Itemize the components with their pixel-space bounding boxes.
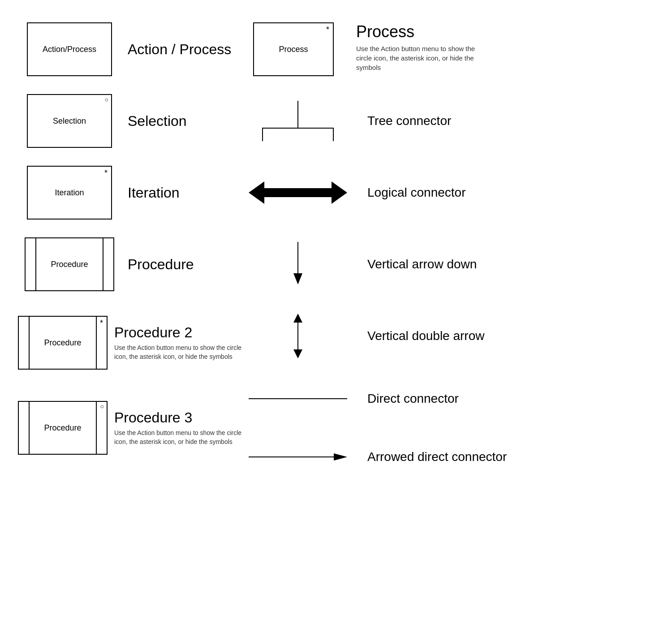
process-right-box-text: Process (279, 45, 308, 54)
selection-shape-container: Selection (18, 94, 121, 148)
direct-connector-label-container: Direct connector (354, 392, 459, 406)
logical-connector-label-container: Logical connector (354, 185, 465, 200)
vert-double-shape (242, 311, 354, 361)
action-process-label-container: Action / Process (121, 41, 231, 58)
tree-vertical-line (297, 101, 298, 128)
selection-box: Selection (27, 94, 112, 148)
arrowed-connector-label-container: Arrowed direct connector (354, 450, 507, 464)
vert-double-row: Vertical double arrow (242, 300, 654, 372)
tree-connector-diagram (258, 101, 338, 141)
direct-connector-row: Direct connector (242, 372, 654, 426)
svg-marker-9 (293, 349, 302, 358)
procedure3-box-text: Procedure (44, 423, 81, 433)
svg-marker-6 (293, 273, 302, 284)
tree-h-bar (263, 128, 333, 129)
arrowed-connector-svg (249, 450, 347, 464)
logical-connector-shape (242, 179, 354, 206)
svg-marker-2 (264, 188, 332, 197)
process-right-label-container: Process Use the Action button menu to sh… (345, 22, 482, 72)
selection-row: Selection Selection (18, 85, 242, 157)
vert-down-svg (289, 242, 307, 287)
svg-marker-3 (249, 181, 264, 204)
procedure3-row: ○ Procedure Procedure 3 Use the Action b… (18, 385, 242, 470)
procedure2-box: * Procedure (18, 316, 108, 370)
tree-connector-shape (242, 101, 354, 141)
logical-connector-label: Logical connector (367, 185, 465, 199)
svg-marker-4 (332, 181, 347, 204)
process-right-label: Process (356, 22, 482, 41)
vert-double-label-container: Vertical double arrow (354, 329, 484, 343)
direct-connector-label: Direct connector (367, 392, 459, 405)
vert-down-shape (242, 242, 354, 287)
vert-double-svg (289, 311, 307, 361)
procedure3-circle: ○ (100, 403, 104, 410)
iteration-box: Iteration (27, 166, 112, 220)
process-right-row: Process Process Use the Action button me… (242, 13, 654, 85)
procedure2-shape-container: * Procedure (18, 316, 108, 370)
procedure3-shape-container: ○ Procedure (18, 401, 108, 455)
procedure3-description: Use the Action button menu to show the c… (114, 429, 242, 446)
vert-down-row: Vertical arrow down (242, 228, 654, 300)
procedure3-label-container: Procedure 3 Use the Action button menu t… (108, 409, 242, 446)
tree-connector-row: Tree connector (242, 85, 654, 157)
process-right-shape-container: Process (242, 22, 345, 76)
iteration-box-text: Iteration (55, 188, 84, 198)
vert-down-label-container: Vertical arrow down (354, 257, 477, 271)
procedure3-label: Procedure 3 (114, 409, 242, 426)
arrowed-connector-label: Arrowed direct connector (367, 450, 507, 464)
vert-down-label: Vertical arrow down (367, 257, 477, 271)
procedure2-row: * Procedure Procedure 2 Use the Action b… (18, 300, 242, 385)
iteration-label-container: Iteration (121, 185, 180, 201)
tree-horizontal-part (262, 128, 334, 141)
iteration-row: Iteration Iteration (18, 157, 242, 228)
procedure-row: Procedure Procedure (18, 228, 242, 300)
vert-double-label: Vertical double arrow (367, 329, 484, 343)
process-right-description: Use the Action button menu to show the c… (356, 44, 482, 72)
procedure-box: Procedure (25, 237, 114, 291)
tree-connector-label-container: Tree connector (354, 114, 451, 128)
arrowed-connector-row: Arrowed direct connector (242, 426, 654, 488)
procedure-label: Procedure (128, 256, 194, 273)
direct-connector-shape (242, 398, 354, 399)
procedure-label-container: Procedure (121, 256, 194, 273)
logical-connector-svg (249, 179, 347, 206)
tree-left-branch (262, 128, 263, 141)
svg-marker-11 (334, 453, 347, 461)
tree-connector-label: Tree connector (367, 114, 451, 128)
action-process-label: Action / Process (128, 41, 231, 58)
selection-box-text: Selection (53, 116, 86, 126)
action-process-shape-container: Action/Process (18, 22, 121, 76)
process-right-box: Process (253, 22, 334, 76)
procedure2-description: Use the Action button menu to show the c… (114, 344, 242, 361)
tree-right-branch (333, 128, 334, 141)
action-process-box: Action/Process (27, 22, 112, 76)
procedure2-box-text: Procedure (44, 338, 81, 348)
selection-label: Selection (128, 113, 187, 129)
action-process-box-text: Action/Process (43, 45, 96, 54)
iteration-shape-container: Iteration (18, 166, 121, 220)
arrowed-connector-shape (242, 450, 354, 464)
procedure3-box: ○ Procedure (18, 401, 108, 455)
procedure2-label-container: Procedure 2 Use the Action button menu t… (108, 324, 242, 361)
procedure2-label: Procedure 2 (114, 324, 242, 341)
procedure-shape-container: Procedure (18, 237, 121, 291)
direct-line (249, 398, 347, 399)
iteration-label: Iteration (128, 185, 180, 201)
procedure-box-text: Procedure (51, 260, 88, 269)
action-process-row: Action/Process Action / Process (18, 13, 242, 85)
selection-label-container: Selection (121, 113, 187, 129)
logical-connector-row: Logical connector (242, 157, 654, 228)
procedure2-asterisk: * (100, 319, 103, 328)
